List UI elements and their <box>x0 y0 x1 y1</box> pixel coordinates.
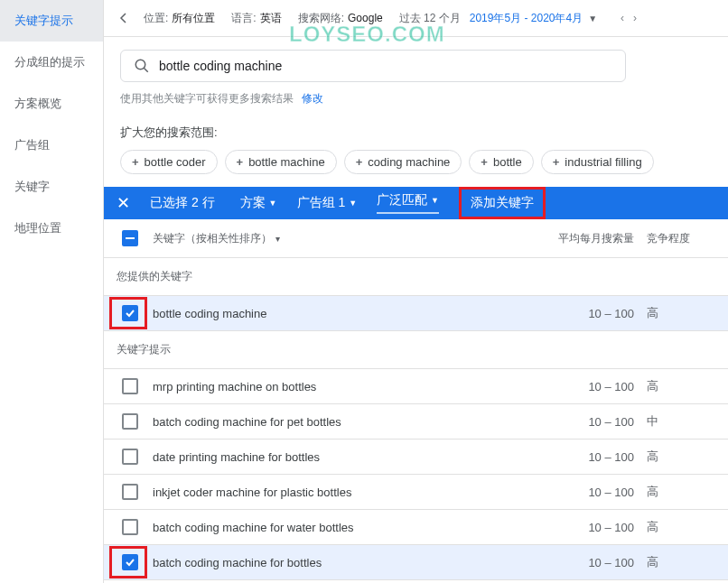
competition-cell: 高 <box>634 305 715 321</box>
expand-pill-1[interactable]: +bottle machine <box>225 150 337 174</box>
keyword-cell: batch coding machine for bottles <box>144 556 535 569</box>
keyword-cell: bottle coding machine <box>144 307 535 320</box>
sidebar-item-2[interactable]: 方案概览 <box>0 83 103 125</box>
selected-count: 已选择 2 行 <box>150 195 215 211</box>
topbar: 位置: 所有位置 语言: 英语 搜索网络: Google 过去 12 个月 20… <box>104 0 728 37</box>
network-label: 搜索网络: <box>298 11 344 26</box>
search-volume-cell: 10 – 100 <box>535 450 634 464</box>
row-checkbox[interactable] <box>122 484 138 500</box>
sort-caret-icon: ▾ <box>275 234 280 244</box>
keyword-cell: batch coding machine for pet bottles <box>144 415 535 429</box>
location-label: 位置: <box>144 11 168 26</box>
sidebar-item-1[interactable]: 分成组的提示 <box>0 42 103 83</box>
row-checkbox[interactable] <box>122 519 138 535</box>
idea-row: mrp printing machine on bottles10 – 100高 <box>104 369 728 404</box>
expand-label: 扩大您的搜索范围: <box>120 125 218 141</box>
add-keywords-button[interactable]: 添加关键字 <box>459 187 546 219</box>
collapse-sidebar-button[interactable] <box>113 7 135 29</box>
edit-search-link[interactable]: 修改 <box>302 92 323 105</box>
plus-icon: + <box>237 155 244 169</box>
date-caret-icon[interactable]: ▼ <box>588 14 597 23</box>
search-volume-cell: 10 – 100 <box>535 556 634 569</box>
language-value[interactable]: 英语 <box>260 11 282 26</box>
selection-toolbar: ✕ 已选择 2 行 方案▼ 广告组 1▼ 广泛匹配▼ 添加关键字 <box>104 187 728 219</box>
table-header: 关键字（按相关性排序） ▾ 平均每月搜索量 竞争程度 <box>104 219 728 258</box>
idea-row: batch coding machine for pet bottles10 –… <box>104 404 728 440</box>
prev-period-button[interactable]: ‹ <box>621 12 624 24</box>
plus-icon: + <box>356 155 363 169</box>
search-icon <box>134 58 150 74</box>
expand-pill-3[interactable]: +bottle <box>469 150 533 174</box>
expand-pill-4[interactable]: +industrial filling <box>541 150 654 174</box>
sidebar-item-5[interactable]: 地理位置 <box>0 208 103 249</box>
idea-row: inkjet coder machine for plastic bottles… <box>104 475 728 510</box>
competition-cell: 高 <box>634 484 715 500</box>
caret-down-icon: ▼ <box>349 199 357 208</box>
row-checkbox[interactable] <box>122 449 138 465</box>
expand-search-row: 扩大您的搜索范围: +bottle coder+bottle machine+c… <box>104 116 728 187</box>
search-volume-cell: 10 – 100 <box>535 521 634 534</box>
language-label: 语言: <box>231 11 256 26</box>
expand-pill-2[interactable]: +coding machine <box>344 150 462 174</box>
sidebar-item-3[interactable]: 广告组 <box>0 125 103 166</box>
date-range[interactable]: 2019年5月 - 2020年4月 <box>470 11 583 26</box>
competition-cell: 高 <box>634 378 715 394</box>
main-panel: 位置: 所有位置 语言: 英语 搜索网络: Google 过去 12 个月 20… <box>104 0 728 583</box>
search-hint: 使用其他关键字可获得更多搜索结果 修改 <box>120 91 712 106</box>
plan-dropdown[interactable]: 方案▼ <box>240 195 277 211</box>
idea-row: date printing machine for bottles10 – 10… <box>104 440 728 475</box>
competition-column-header[interactable]: 竞争程度 <box>634 231 715 246</box>
expand-pill-0[interactable]: +bottle coder <box>120 150 218 174</box>
keyword-cell: mrp printing machine on bottles <box>144 380 535 393</box>
match-type-dropdown[interactable]: 广泛匹配▼ <box>377 192 439 214</box>
location-value[interactable]: 所有位置 <box>172 11 215 26</box>
keyword-cell: date printing machine for bottles <box>144 450 535 464</box>
row-checkbox[interactable] <box>122 413 138 430</box>
search-volume-cell: 10 – 100 <box>535 380 634 393</box>
search-volume-cell: 10 – 100 <box>535 307 634 320</box>
period-label: 过去 12 个月 <box>399 11 461 26</box>
competition-cell: 高 <box>634 554 715 570</box>
keyword-cell: inkjet coder machine for plastic bottles <box>144 486 535 499</box>
svg-point-0 <box>135 60 145 69</box>
select-all-checkbox[interactable] <box>122 230 138 246</box>
provided-row: bottle coding machine10 – 100高 <box>104 296 728 331</box>
search-volume-cell: 10 – 100 <box>535 415 634 429</box>
caret-down-icon: ▼ <box>431 196 439 205</box>
close-selection-button[interactable]: ✕ <box>117 193 130 213</box>
row-checkbox[interactable] <box>122 378 138 394</box>
search-volume-column-header[interactable]: 平均每月搜索量 <box>535 231 634 246</box>
competition-cell: 高 <box>634 449 715 465</box>
competition-cell: 中 <box>634 413 715 430</box>
keyword-ideas-section: 关键字提示 <box>104 331 728 369</box>
search-area: bottle coding machine 使用其他关键字可获得更多搜索结果 修… <box>104 37 728 116</box>
idea-row: batch coding machine for water bottles10… <box>104 510 728 545</box>
row-checkbox[interactable] <box>122 305 138 321</box>
svg-line-1 <box>144 68 148 72</box>
competition-cell: 高 <box>634 519 715 535</box>
search-box[interactable]: bottle coding machine <box>120 50 626 82</box>
plus-icon: + <box>553 155 560 169</box>
search-volume-cell: 10 – 100 <box>535 486 634 499</box>
keyword-cell: batch coding machine for water bottles <box>144 521 535 534</box>
provided-keywords-section: 您提供的关键字 <box>104 258 728 296</box>
caret-down-icon: ▼ <box>269 199 277 208</box>
row-checkbox[interactable] <box>122 554 138 570</box>
adgroup-dropdown[interactable]: 广告组 1▼ <box>297 195 358 211</box>
sidebar-item-4[interactable]: 关键字 <box>0 166 103 208</box>
keyword-column-header[interactable]: 关键字（按相关性排序） ▾ <box>144 231 535 246</box>
idea-row: batch coding machine for bottles10 – 100… <box>104 545 728 580</box>
search-input[interactable]: bottle coding machine <box>159 59 282 73</box>
sidebar-item-0[interactable]: 关键字提示 <box>0 0 103 42</box>
sidebar: 关键字提示分成组的提示方案概览广告组关键字地理位置 <box>0 0 104 583</box>
next-period-button[interactable]: › <box>633 12 637 24</box>
plus-icon: + <box>481 155 488 169</box>
network-value[interactable]: Google <box>348 12 383 24</box>
plus-icon: + <box>132 155 139 169</box>
